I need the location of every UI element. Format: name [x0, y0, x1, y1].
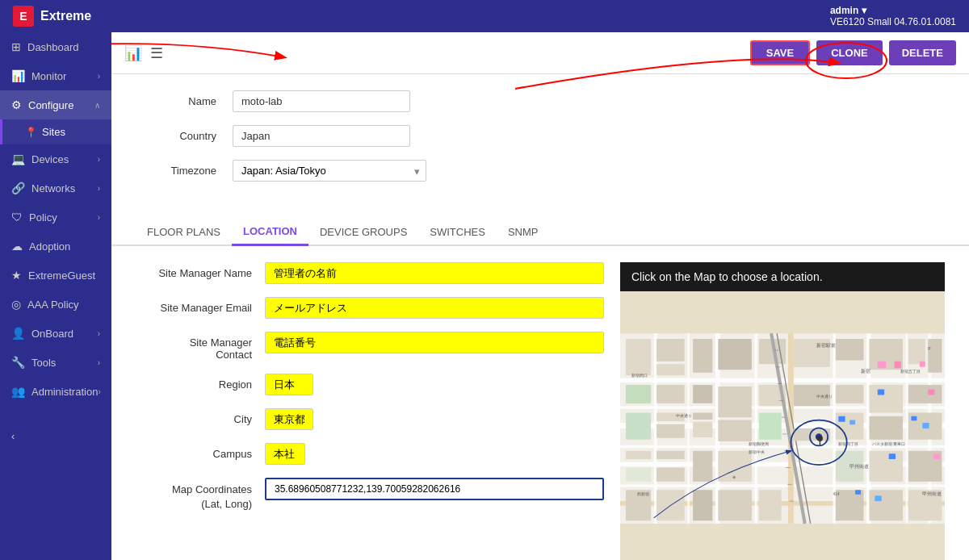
svg-rect-71	[693, 490, 712, 520]
top-header: E Extreme admin ▾ VE6120 Small 04.76.01.…	[0, 0, 969, 32]
clone-button[interactable]: CLONE	[816, 40, 883, 65]
configure-arrow: ∧	[94, 101, 100, 110]
sidebar-label-dashboard: Dashboard	[27, 41, 100, 53]
name-input[interactable]	[233, 90, 410, 112]
coordinates-row: Map Coordinates(Lat, Long)	[136, 478, 604, 512]
policy-arrow: ›	[98, 213, 100, 222]
delete-button[interactable]: DELETE	[889, 40, 956, 65]
tab-floor-plans[interactable]: FLOOR PLANS	[136, 219, 232, 244]
manager-email-input[interactable]	[265, 297, 604, 319]
svg-rect-78	[849, 420, 855, 425]
map-container: Click on the Map to choose a location.	[620, 262, 945, 560]
sidebar-item-adoption[interactable]: ☁ Adoption	[0, 232, 111, 261]
svg-rect-49	[626, 413, 651, 440]
tab-location[interactable]: LOCATION	[232, 219, 308, 246]
sidebar-label-administration: Administration	[31, 386, 98, 398]
sidebar-item-policy[interactable]: 🛡 Policy ›	[0, 203, 111, 232]
city-input[interactable]	[265, 408, 313, 430]
sidebar-item-sites[interactable]: 📍 Sites	[0, 119, 111, 144]
svg-rect-88	[928, 389, 934, 395]
sidebar-item-onboard[interactable]: 👤 OnBoard ›	[0, 319, 111, 348]
svg-rect-63	[656, 468, 685, 482]
networks-arrow: ›	[98, 184, 100, 193]
svg-rect-51	[656, 424, 685, 437]
logo-icon: E	[13, 6, 34, 27]
coordinates-input[interactable]	[265, 478, 604, 500]
logo-area: E Extreme	[13, 6, 91, 27]
sidebar-label-adoption: Adoption	[29, 240, 100, 253]
map-canvas[interactable]: + − 新宿西口 新宿駅前 新宿 新宿五丁目 P 中央通り 中央通り 新宿郵便局…	[620, 291, 945, 560]
svg-rect-11	[754, 333, 757, 524]
header-user[interactable]: admin ▾	[830, 5, 956, 16]
svg-rect-31	[718, 387, 752, 417]
svg-rect-24	[836, 339, 864, 360]
sidebar-item-aaapolicy[interactable]: ◎ AAA Policy	[0, 290, 111, 319]
sidebar-item-tools[interactable]: 🔧 Tools ›	[0, 348, 111, 377]
location-tab-content: Site Manager Name Site Manager Email Sit…	[111, 246, 969, 560]
manager-contact-row: Site ManagerContact	[136, 332, 604, 361]
manager-name-row: Site Manager Name	[136, 262, 604, 284]
region-label: Region	[136, 374, 265, 391]
manager-contact-input[interactable]	[265, 332, 604, 353]
svg-rect-20	[693, 339, 712, 373]
timezone-select[interactable]: Japan: Asia/Tokyo	[233, 160, 426, 182]
svg-rect-17	[626, 339, 651, 375]
header-right: admin ▾ VE6120 Small 04.76.01.0081	[830, 5, 956, 27]
map-svg: + − 新宿西口 新宿駅前 新宿 新宿五丁目 P 中央通り 中央通り 新宿郵便局…	[620, 291, 945, 560]
sidebar-label-onboard: OnBoard	[31, 328, 98, 340]
country-input[interactable]	[233, 125, 410, 147]
sidebar-label-tools: Tools	[31, 357, 98, 369]
collapse-icon: ‹	[11, 430, 15, 442]
tab-switches[interactable]: SWITCHES	[418, 219, 497, 244]
svg-rect-90	[626, 385, 651, 403]
svg-text:バスタ新宿 乗車口: バスタ新宿 乗車口	[871, 441, 905, 446]
svg-text:新宿五丁目: 新宿五丁目	[900, 369, 921, 374]
svg-rect-53	[693, 422, 712, 437]
svg-rect-84	[875, 495, 881, 501]
tab-snmp[interactable]: SNMP	[497, 219, 550, 244]
svg-text:中央通り: 中央通り	[816, 394, 833, 399]
tools-arrow: ›	[98, 358, 100, 367]
tab-device-groups[interactable]: DEVICE GROUPS	[308, 219, 418, 244]
sidebar-collapse-btn[interactable]: ‹	[0, 422, 111, 450]
sidebar-item-configure[interactable]: ⚙ Configure ∧	[0, 90, 111, 119]
svg-rect-6	[620, 484, 945, 487]
main-content: 📊 ☰ SAVE CLONE DELETE	[111, 32, 969, 560]
sidebar-item-devices[interactable]: 💻 Devices ›	[0, 144, 111, 173]
svg-rect-26	[908, 339, 925, 364]
location-form: Site Manager Name Site Manager Email Sit…	[136, 262, 604, 560]
campus-input[interactable]	[265, 443, 305, 465]
timezone-row: Timezone Japan: Asia/Tokyo ▾	[136, 160, 945, 182]
sidebar: ⊞ Dashboard 📊 Monitor › ⚙ Configure ∧ 📍 …	[0, 32, 111, 560]
svg-text:新宿: 新宿	[861, 368, 870, 374]
svg-text:新宿西口: 新宿西口	[631, 373, 648, 378]
svg-rect-15	[905, 333, 908, 524]
svg-rect-83	[855, 490, 861, 495]
sidebar-label-networks: Networks	[31, 182, 98, 194]
svg-rect-81	[922, 423, 929, 428]
sidebar-item-networks[interactable]: 🔗 Networks ›	[0, 173, 111, 203]
monitor-arrow: ›	[98, 72, 100, 81]
tools-icon: 🔧	[11, 356, 25, 369]
dashboard-icon: ⊞	[11, 40, 21, 53]
manager-contact-label: Site ManagerContact	[136, 332, 265, 361]
svg-rect-77	[838, 416, 845, 422]
chart-icon[interactable]: 📊	[124, 44, 142, 62]
name-label: Name	[136, 95, 233, 107]
list-icon[interactable]: ☰	[150, 44, 163, 62]
sidebar-item-extremeguest[interactable]: ★ ExtremeGuest	[0, 261, 111, 290]
policy-icon: 🛡	[11, 211, 23, 224]
sidebar-item-dashboard[interactable]: ⊞ Dashboard	[0, 32, 111, 61]
sidebar-label-sites: Sites	[42, 126, 65, 138]
manager-name-input[interactable]	[265, 262, 604, 284]
sidebar-item-administration[interactable]: 👥 Administration ›	[0, 377, 111, 406]
svg-text:西新宿: 西新宿	[637, 491, 649, 496]
svg-rect-54	[718, 420, 752, 441]
save-button[interactable]: SAVE	[750, 40, 810, 65]
svg-rect-1	[620, 378, 945, 383]
region-input[interactable]	[265, 374, 313, 395]
city-row: City	[136, 408, 604, 430]
svg-rect-89	[933, 453, 940, 459]
name-row: Name	[136, 90, 945, 112]
sidebar-item-monitor[interactable]: 📊 Monitor ›	[0, 61, 111, 90]
